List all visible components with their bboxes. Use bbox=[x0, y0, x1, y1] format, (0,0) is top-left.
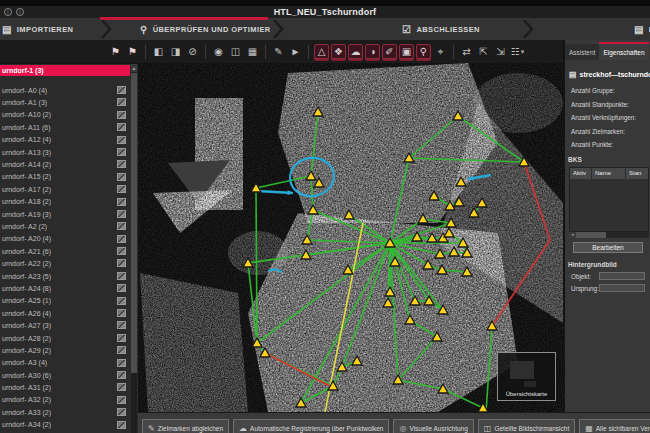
scan-position-marker[interactable] bbox=[344, 210, 354, 219]
scan-thumbnail-icon[interactable] bbox=[117, 346, 126, 354]
scan-thumbnail-icon[interactable] bbox=[117, 123, 126, 131]
scan-group-row[interactable]: urndorf- A10 (2) bbox=[0, 109, 131, 121]
scan-group-row[interactable]: urndorf- A22 (2) bbox=[0, 257, 131, 269]
scan-group-row[interactable]: urndorf- A3 (4) bbox=[0, 357, 131, 369]
scan-thumbnail-icon[interactable] bbox=[117, 272, 126, 280]
registration-link[interactable] bbox=[256, 188, 257, 343]
image-export-icon[interactable]: ⇲ bbox=[493, 44, 508, 59]
split-view-icon[interactable]: ◫ bbox=[228, 44, 243, 59]
scan-thumbnail-icon[interactable] bbox=[117, 371, 126, 379]
scan-group-row[interactable]: urndorf- A13 (3) bbox=[0, 146, 131, 158]
scan-thumbnail-icon[interactable] bbox=[117, 259, 126, 267]
scan-position-marker[interactable] bbox=[337, 362, 347, 371]
scan-group-row[interactable]: urndorf- A33 (2) bbox=[0, 406, 131, 418]
hscroll-thumb[interactable] bbox=[576, 232, 606, 238]
scan-position-marker[interactable] bbox=[352, 356, 362, 365]
scan-thumbnail-icon[interactable] bbox=[117, 210, 126, 218]
registration-link[interactable] bbox=[409, 158, 524, 162]
registration-link[interactable] bbox=[256, 176, 311, 188]
registration-link[interactable] bbox=[390, 158, 409, 243]
overview-map[interactable]: Übersichtskarte bbox=[497, 352, 556, 401]
scan-position-marker[interactable] bbox=[296, 398, 306, 407]
ucs-table-hscroll[interactable]: ◄ bbox=[569, 232, 649, 238]
scan-thumbnail-icon[interactable] bbox=[117, 136, 126, 144]
scan-group-row-selected[interactable]: urndorf-1 (3) bbox=[0, 65, 130, 76]
scan-position-marker[interactable] bbox=[444, 228, 454, 237]
scan-thumbnail-icon[interactable] bbox=[117, 173, 126, 181]
scan-position-marker[interactable] bbox=[405, 315, 415, 324]
scan-thumbnail-icon[interactable] bbox=[117, 247, 126, 255]
scan-thumbnail-icon[interactable] bbox=[117, 198, 126, 206]
registration-link[interactable] bbox=[248, 263, 257, 343]
annotation-arrow[interactable] bbox=[258, 190, 293, 195]
scan-thumbnail-icon[interactable] bbox=[117, 235, 126, 243]
scan-position-marker[interactable] bbox=[432, 332, 442, 341]
scan-group-row[interactable]: urndorf- A1 (3) bbox=[0, 96, 131, 108]
scan-thumbnail-icon[interactable] bbox=[117, 421, 126, 429]
show-targets-toggle-icon[interactable]: △ bbox=[314, 44, 329, 59]
registration-link[interactable] bbox=[307, 240, 390, 243]
scan-group-row[interactable]: urndorf- A30 (6) bbox=[0, 369, 131, 381]
scan-position-marker[interactable] bbox=[418, 214, 428, 223]
scan-group-row[interactable]: urndorf- A15 (2) bbox=[0, 171, 131, 183]
list-scrollbar[interactable]: ▲ bbox=[131, 64, 137, 433]
scan-thumbnail-icon[interactable] bbox=[117, 284, 126, 292]
draw-marker-toggle-icon[interactable]: ✐ bbox=[382, 44, 397, 59]
show-spheres-toggle-icon[interactable]: ◑ bbox=[365, 44, 380, 59]
scan-position-marker[interactable] bbox=[308, 205, 318, 214]
scan-group-row[interactable]: urndorf- A27 (3) bbox=[0, 319, 131, 331]
registration-link[interactable] bbox=[311, 112, 318, 176]
scrollbar-thumb[interactable] bbox=[131, 73, 137, 373]
scan-position-marker[interactable] bbox=[453, 111, 463, 120]
scan-group-row[interactable]: urndorf- A26 (4) bbox=[0, 307, 131, 319]
scan-group-row[interactable]: urndorf- A23 (5) bbox=[0, 270, 131, 282]
scan-position-marker[interactable] bbox=[252, 338, 262, 347]
show-labels-toggle-icon[interactable]: ❖ bbox=[331, 44, 346, 59]
links-icon[interactable]: ⇄ bbox=[459, 44, 474, 59]
scan-thumbnail-icon[interactable] bbox=[117, 98, 126, 106]
scan-group-row[interactable]: urndorf- A11 (6) bbox=[0, 121, 131, 133]
show-images-toggle-icon[interactable]: ▣ bbox=[399, 44, 414, 59]
registration-map-view[interactable]: Übersichtskarte bbox=[138, 63, 563, 412]
scan-group-row[interactable]: urndorf- A12 (4) bbox=[0, 134, 131, 146]
scan-thumbnail-icon[interactable] bbox=[117, 309, 126, 317]
tab-abschliessen[interactable]: ☑ ABSCHLIESSEN bbox=[402, 18, 522, 40]
registration-link[interactable] bbox=[409, 116, 458, 158]
annotation-arrow[interactable] bbox=[468, 175, 491, 181]
scan-position-marker[interactable] bbox=[477, 198, 487, 207]
table-menu-icon[interactable]: ☷▾ bbox=[510, 44, 525, 59]
scan-position-marker[interactable] bbox=[423, 260, 433, 269]
scan-group-row[interactable]: urndorf- A19 (3) bbox=[0, 208, 131, 220]
scan-group-row[interactable]: urndorf- A34 (2) bbox=[0, 419, 131, 431]
scan-thumbnail-icon[interactable] bbox=[117, 359, 126, 367]
scan-position-marker[interactable] bbox=[429, 191, 439, 200]
scan-group-row[interactable]: urndorf- A18 (2) bbox=[0, 196, 131, 208]
scan-thumbnail-icon[interactable] bbox=[117, 408, 126, 416]
registration-link[interactable] bbox=[486, 326, 492, 412]
registration-link[interactable] bbox=[398, 337, 437, 380]
scan-position-marker[interactable] bbox=[343, 265, 353, 274]
annotation-scribble[interactable] bbox=[268, 269, 282, 272]
duplicate-icon[interactable]: ◨ bbox=[168, 44, 183, 59]
scan-group-row[interactable]: urndorf- A24 (8) bbox=[0, 282, 131, 294]
gnss-lock-icon[interactable]: ⌖ bbox=[433, 44, 448, 59]
origin-input[interactable] bbox=[599, 284, 645, 292]
registration-link[interactable] bbox=[458, 116, 524, 162]
registration-link[interactable] bbox=[349, 215, 390, 243]
split-screen-button[interactable]: ◫ Geteilte Bildschirmansicht bbox=[478, 419, 575, 433]
scan-group-row[interactable]: urndorf- A21 (6) bbox=[0, 245, 131, 257]
scan-position-marker[interactable] bbox=[454, 197, 464, 206]
scan-position-marker[interactable] bbox=[445, 201, 455, 210]
error-link[interactable] bbox=[524, 162, 550, 240]
registration-link[interactable] bbox=[398, 380, 443, 389]
scan-thumbnail-icon[interactable] bbox=[117, 185, 126, 193]
scan-position-marker[interactable] bbox=[313, 107, 323, 116]
scan-thumbnail-icon[interactable] bbox=[117, 321, 126, 329]
error-link[interactable] bbox=[492, 240, 550, 326]
scan-thumbnail-icon[interactable] bbox=[117, 111, 126, 119]
export-icon[interactable]: ⇱ bbox=[476, 44, 491, 59]
error-link[interactable] bbox=[267, 354, 334, 388]
scan-thumbnail-icon[interactable] bbox=[117, 297, 126, 305]
scan-group-row[interactable]: urndorf- A0 (4) bbox=[0, 84, 131, 96]
scan-group-row[interactable]: urndorf- A29 (2) bbox=[0, 344, 131, 356]
